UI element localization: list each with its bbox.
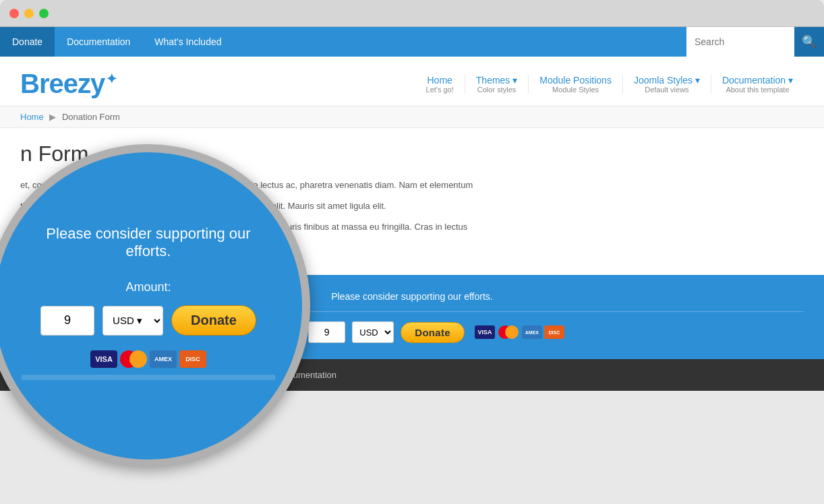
site-nav-module-label: Module Positions	[539, 75, 612, 86]
mag-white-stripe	[22, 375, 275, 380]
site-nav-module-positions[interactable]: Module Positions Module Styles	[529, 75, 623, 94]
mag-amex-icon: AMEX	[150, 350, 177, 368]
mag-input-row: USD ▾ EUR GBP Donate	[40, 305, 256, 336]
breadcrumb: Home ▶ Donation Form	[0, 106, 824, 128]
site-nav-documentation[interactable]: Documentation ▾ About this template	[711, 75, 804, 94]
mag-amount-label: Amount:	[125, 280, 171, 294]
mag-mc-icon	[120, 350, 147, 368]
site-nav-home[interactable]: Home Let's go!	[415, 75, 465, 94]
site-nav-themes-sub: Color styles	[477, 86, 516, 94]
breadcrumb-home[interactable]: Home	[20, 112, 44, 122]
traffic-light-green[interactable]	[39, 9, 49, 18]
amount-input[interactable]	[308, 321, 345, 343]
nav-link-documentation[interactable]: Documentation	[55, 27, 142, 57]
breadcrumb-separator: ▶	[49, 112, 56, 122]
breadcrumb-current: Donation Form	[62, 112, 120, 122]
magnify-inner: Please consider supporting our efforts. …	[0, 152, 302, 460]
top-nav-links: Donate Documentation What's Included	[0, 27, 234, 57]
mag-donate-button[interactable]: Donate	[171, 305, 256, 336]
payment-icons: VISA AMEX DISC	[475, 325, 564, 339]
site-nav-module-sub: Module Styles	[552, 86, 599, 94]
top-nav: Donate Documentation What's Included 🔍	[0, 27, 824, 57]
mag-visa-icon: VISA	[90, 350, 117, 368]
donate-button[interactable]: Donate	[401, 322, 465, 343]
site-nav-joomla-label: Joomla Styles ▾	[634, 75, 700, 86]
search-button[interactable]: 🔍	[794, 27, 824, 57]
mag-amount-input[interactable]	[40, 306, 94, 336]
magnify-overlay: Please consider supporting our efforts. …	[0, 144, 310, 468]
site-nav-home-label: Home	[427, 75, 452, 86]
nav-link-whats-included[interactable]: What's Included	[142, 27, 233, 57]
site-nav-themes-label: Themes ▾	[476, 75, 517, 86]
site-navigation: Home Let's go! Themes ▾ Color styles Mod…	[415, 75, 804, 94]
search-area: 🔍	[686, 27, 824, 57]
site-header: Breezy✦ Home Let's go! Themes ▾ Color st…	[0, 57, 824, 106]
traffic-light-yellow[interactable]	[24, 9, 34, 18]
mag-disc-icon: DISC	[179, 350, 206, 368]
site-nav-docs-sub: About this template	[726, 86, 789, 94]
site-logo: Breezy✦	[20, 69, 117, 99]
discover-icon: DISC	[544, 325, 564, 339]
traffic-lights	[9, 9, 49, 18]
site-nav-joomla-styles[interactable]: Joomla Styles ▾ Default views	[623, 75, 711, 94]
mag-payment-icons: VISA AMEX DISC	[90, 350, 206, 368]
nav-link-donate[interactable]: Donate	[0, 27, 55, 57]
mag-support-text: Please consider supporting our efforts.	[22, 225, 275, 260]
traffic-light-red[interactable]	[9, 9, 19, 18]
mag-currency-select[interactable]: USD ▾ EUR GBP	[102, 306, 163, 336]
mag-mc-orange-icon	[129, 350, 147, 368]
logo-text: Breezy	[20, 69, 105, 98]
content-wrapper: Breezy✦ Home Let's go! Themes ▾ Color st…	[0, 57, 824, 391]
site-nav-docs-label: Documentation ▾	[722, 75, 793, 86]
site-nav-home-sub: Let's go!	[426, 86, 454, 94]
amex-icon: AMEX	[522, 325, 542, 339]
visa-icon: VISA	[475, 325, 495, 339]
search-box: 🔍	[686, 27, 824, 57]
window-chrome	[0, 0, 824, 27]
search-input[interactable]	[686, 27, 794, 57]
currency-select[interactable]: USD EUR GBP	[352, 321, 394, 343]
site-nav-themes[interactable]: Themes ▾ Color styles	[465, 75, 529, 94]
site-nav-joomla-sub: Default views	[645, 86, 688, 94]
mastercard-orange-icon	[505, 325, 519, 339]
